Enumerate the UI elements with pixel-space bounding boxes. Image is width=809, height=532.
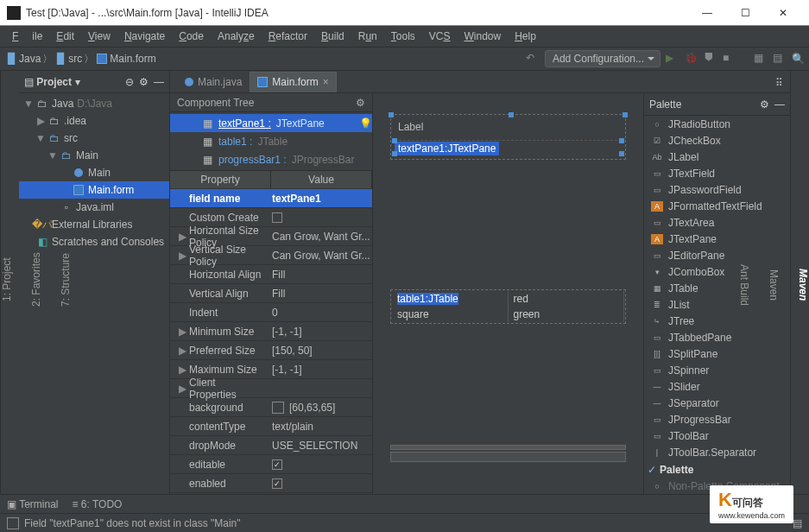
palette-item[interactable]: AbJLabel bbox=[644, 149, 790, 165]
palette-item[interactable]: ▭JTextField bbox=[644, 165, 790, 181]
property-value[interactable]: [-1, -1] bbox=[265, 326, 372, 338]
property-value[interactable]: Can Grow, Want Gr... bbox=[265, 231, 372, 243]
tool-maven-label[interactable]: Maven bbox=[768, 269, 780, 301]
close-tab-icon[interactable]: × bbox=[323, 76, 329, 88]
palette-item[interactable]: ▭JToolBar bbox=[644, 428, 790, 444]
gear-icon[interactable]: ⚙ bbox=[356, 97, 365, 109]
property-row[interactable]: enabled✓ bbox=[170, 473, 372, 492]
property-row[interactable]: editable✓ bbox=[170, 454, 372, 473]
menu-code[interactable]: Code bbox=[172, 28, 211, 45]
intention-bulb-icon[interactable]: 💡 bbox=[359, 117, 372, 130]
maximize-button[interactable]: ☐ bbox=[726, 0, 764, 25]
property-value[interactable]: Fill bbox=[265, 269, 372, 281]
table-selection-badge[interactable]: table1:JTable bbox=[397, 293, 458, 305]
palette-item[interactable]: AJTextPane bbox=[644, 231, 790, 247]
menu-file[interactable]: File bbox=[5, 28, 49, 45]
checkbox-icon[interactable]: ✓ bbox=[272, 478, 282, 489]
breadcrumb[interactable]: ▉ Java 〉 ▉ src 〉 Main.form bbox=[5, 52, 156, 66]
gear-icon[interactable]: ⚙ bbox=[760, 98, 769, 111]
property-value[interactable]: Fill bbox=[265, 288, 372, 300]
component-tree-item[interactable]: ▦progressBar1 : JProgressBar bbox=[170, 150, 372, 168]
status-icon[interactable] bbox=[7, 517, 19, 529]
palette-item[interactable]: ☑JCheckBox bbox=[644, 132, 790, 149]
tree-twisty[interactable]: ▶ bbox=[36, 115, 45, 127]
palette-item[interactable]: AJFormattedTextField bbox=[644, 198, 790, 214]
property-row[interactable]: ▶Vertical Size PolicyCan Grow, Want Gr..… bbox=[170, 245, 372, 264]
breadcrumb-item[interactable]: Java bbox=[19, 53, 41, 65]
property-value[interactable]: textPane1 bbox=[265, 193, 372, 205]
checkbox-icon[interactable] bbox=[272, 212, 282, 223]
minimize-button[interactable]: — bbox=[688, 0, 726, 25]
palette-item[interactable]: —JSlider bbox=[644, 378, 790, 395]
property-row[interactable]: Vertical AlignFill bbox=[170, 283, 372, 302]
color-swatch[interactable] bbox=[272, 402, 284, 414]
tree-node[interactable]: ▼🗀Java D:\Java bbox=[19, 95, 169, 112]
tree-node[interactable]: Main bbox=[19, 164, 169, 181]
collapse-icon[interactable]: ⊖ bbox=[125, 76, 134, 88]
tool-project[interactable]: 1: Project bbox=[1, 258, 13, 302]
layout-icon[interactable]: ▦ bbox=[754, 52, 768, 66]
property-value[interactable]: ✓ bbox=[265, 459, 372, 470]
settings-icon[interactable]: ▤ bbox=[773, 52, 787, 66]
property-value[interactable]: text/plain bbox=[265, 421, 372, 433]
property-row[interactable]: ▶Preferred Size[150, 50] bbox=[170, 340, 372, 359]
run-icon[interactable]: ▶ bbox=[666, 52, 679, 66]
table-cell[interactable]: green bbox=[509, 307, 625, 322]
tool-structure[interactable]: 7: Structure bbox=[60, 253, 72, 307]
tree-node[interactable]: Main.form bbox=[19, 181, 169, 199]
palette-item[interactable]: ▭JTabbedPane bbox=[644, 329, 790, 345]
palette-item[interactable]: [|]JSplitPane bbox=[644, 345, 790, 362]
tool-ant[interactable]: Ant Build bbox=[738, 264, 750, 306]
chevron-down-icon[interactable]: ▾ bbox=[75, 76, 80, 88]
tree-twisty[interactable]: ▼ bbox=[48, 149, 57, 162]
property-value[interactable]: Can Grow, Want Gr... bbox=[265, 250, 372, 262]
property-value[interactable]: 0 bbox=[265, 307, 372, 319]
property-row[interactable]: field nametextPane1 bbox=[170, 188, 372, 207]
tab-overflow-icon[interactable]: ⠿ bbox=[768, 73, 790, 92]
property-value[interactable]: [60,63,65] bbox=[265, 402, 372, 414]
palette-item[interactable]: ○JRadioButton bbox=[644, 116, 790, 132]
property-row[interactable]: ▶Client Properties bbox=[170, 378, 372, 397]
menu-run[interactable]: Run bbox=[351, 28, 384, 45]
palette-item[interactable]: |JToolBar.Separator bbox=[644, 444, 790, 460]
gear-icon[interactable]: ⚙ bbox=[139, 76, 149, 88]
property-rows[interactable]: field nametextPane1Custom Create▶Horizon… bbox=[170, 188, 372, 492]
menu-view[interactable]: View bbox=[81, 28, 117, 45]
todo-button[interactable]: ≡ 6: TODO bbox=[72, 498, 122, 510]
palette-group[interactable]: ✓ Palette bbox=[644, 461, 790, 478]
jlabel-preview[interactable]: Label bbox=[395, 118, 622, 141]
menu-vcs[interactable]: VCS bbox=[422, 28, 458, 45]
tree-node[interactable]: ▼🗀Main bbox=[19, 147, 169, 164]
palette-item[interactable]: ▭JEditorPane bbox=[644, 247, 790, 263]
jprogressbar-preview[interactable] bbox=[390, 445, 626, 450]
hide-icon[interactable]: — bbox=[154, 76, 164, 88]
jprogressbar-preview-2[interactable] bbox=[390, 452, 626, 462]
expand-icon[interactable]: ▶ bbox=[179, 231, 186, 243]
run-config-dropdown[interactable]: Add Configuration... bbox=[545, 50, 660, 67]
menu-edit[interactable]: Edit bbox=[49, 28, 81, 45]
palette-item[interactable]: ▭JTextArea bbox=[644, 214, 790, 231]
property-value[interactable]: [150, 50] bbox=[265, 345, 372, 357]
tool-favorites[interactable]: 2: Favorites bbox=[30, 253, 42, 307]
debug-icon[interactable]: 🐞 bbox=[685, 52, 698, 66]
expand-icon[interactable]: ▶ bbox=[179, 250, 186, 262]
terminal-button[interactable]: ▣ Terminal bbox=[7, 498, 58, 510]
tree-twisty[interactable]: ▼ bbox=[24, 98, 33, 110]
tree-node[interactable]: ▫Java.iml bbox=[19, 199, 169, 216]
component-tree-item[interactable]: ▦textPane1 : JTextPane bbox=[170, 114, 372, 132]
property-value[interactable] bbox=[265, 212, 372, 223]
show-expert-toggle[interactable]: Show expert properties bbox=[170, 492, 372, 494]
memory-icon[interactable]: ▤ bbox=[793, 517, 802, 529]
jtable-preview[interactable]: table1:JTable red square green bbox=[390, 289, 626, 324]
form-designer-canvas[interactable]: 💡 Label textPane1:JTextPane table1:JTabl… bbox=[373, 93, 643, 494]
checkbox-icon[interactable]: ✓ bbox=[272, 459, 282, 470]
tree-node[interactable]: �パExternal Libraries bbox=[19, 216, 169, 233]
search-icon[interactable]: 🔍 bbox=[792, 53, 804, 65]
back-icon[interactable]: ↶ bbox=[526, 52, 540, 66]
property-value[interactable]: [-1, -1] bbox=[265, 364, 372, 376]
stop-icon[interactable]: ■ bbox=[723, 52, 736, 66]
property-row[interactable]: dropModeUSE_SELECTION bbox=[170, 435, 372, 454]
tool-maven[interactable]: Maven bbox=[797, 269, 809, 301]
property-row[interactable]: Indent0 bbox=[170, 302, 372, 321]
menu-tools[interactable]: Tools bbox=[384, 28, 422, 45]
